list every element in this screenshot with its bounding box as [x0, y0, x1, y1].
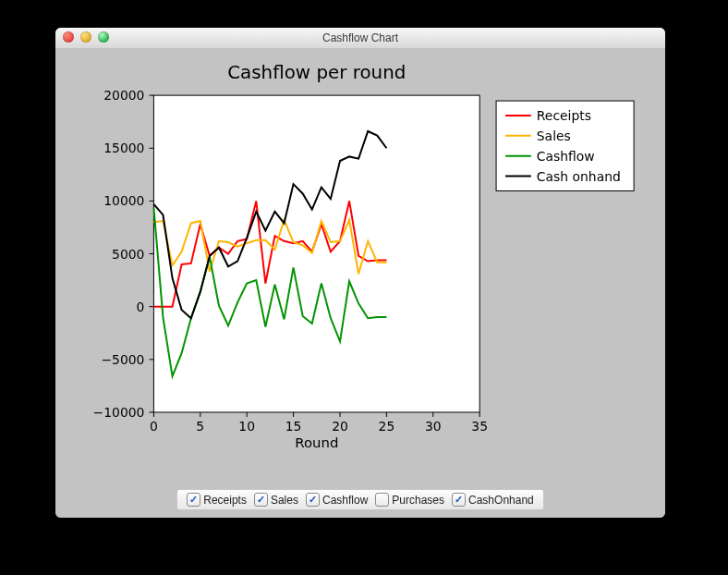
chart-area: Cashflow per round05101520253035Round−10…	[67, 57, 654, 464]
y-tick: 0	[137, 300, 145, 314]
legend-label: Sales	[537, 128, 571, 143]
x-tick: 20	[332, 419, 348, 434]
checkbox-receipts[interactable]: ✓Receipts	[187, 493, 247, 507]
checkbox-cashflow[interactable]: ✓Cashflow	[306, 493, 368, 507]
checkbox-box-cashonhand[interactable]: ✓	[452, 493, 466, 507]
checkbox-box-receipts[interactable]: ✓	[187, 493, 200, 507]
y-tick: 10000	[103, 193, 144, 208]
window-title: Cashflow Chart	[322, 31, 398, 44]
checkbox-label-receipts: Receipts	[203, 494, 247, 507]
checkbox-label-purchases: Purchases	[392, 494, 444, 507]
series-checkbox-bar: ✓Receipts✓Sales✓CashflowPurchases✓CashOn…	[176, 489, 544, 510]
cashflow-chart: Cashflow per round05101520253035Round−10…	[67, 57, 654, 464]
checkbox-box-purchases[interactable]	[375, 493, 389, 507]
y-tick: 15000	[103, 141, 144, 155]
window-controls	[63, 31, 109, 43]
window-body: Cashflow per round05101520253035Round−10…	[55, 48, 665, 518]
x-tick: 10	[238, 419, 255, 434]
checkbox-label-cashflow: Cashflow	[322, 494, 368, 507]
x-tick: 5	[196, 419, 204, 434]
checkbox-cashonhand[interactable]: ✓CashOnhand	[452, 493, 534, 507]
x-axis-label: Round	[295, 434, 338, 451]
checkbox-box-sales[interactable]: ✓	[254, 493, 268, 507]
checkbox-label-sales: Sales	[271, 494, 298, 507]
x-tick: 30	[425, 419, 442, 434]
legend-label: Cash onhand	[537, 169, 621, 184]
y-tick: −5000	[101, 352, 144, 367]
minimize-icon[interactable]	[80, 31, 91, 43]
zoom-icon[interactable]	[98, 31, 109, 43]
svg-rect-0	[153, 95, 479, 412]
application-window: Cashflow Chart Cashflow per round0510152…	[55, 28, 665, 518]
checkbox-purchases[interactable]: Purchases	[375, 493, 444, 507]
y-tick: −10000	[93, 405, 145, 420]
y-tick: 5000	[112, 247, 144, 262]
checkbox-box-cashflow[interactable]: ✓	[306, 493, 320, 507]
x-tick: 15	[285, 419, 302, 434]
chart-title: Cashflow per round	[227, 62, 406, 83]
x-tick: 25	[379, 419, 395, 434]
close-icon[interactable]	[63, 31, 74, 43]
legend-label: Cashflow	[537, 149, 595, 164]
window-titlebar: Cashflow Chart	[55, 28, 665, 49]
checkbox-label-cashonhand: CashOnhand	[468, 494, 534, 507]
legend-label: Receipts	[537, 108, 591, 123]
x-tick: 0	[150, 419, 158, 434]
x-tick: 35	[471, 419, 488, 434]
checkbox-sales[interactable]: ✓Sales	[254, 493, 298, 507]
y-tick: 20000	[103, 88, 144, 103]
